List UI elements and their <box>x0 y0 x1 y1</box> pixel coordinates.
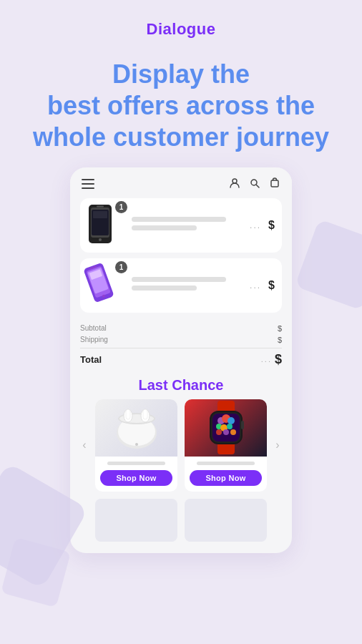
item-1-badge: 1 <box>115 201 127 213</box>
user-icon[interactable] <box>229 177 240 191</box>
item-2-info <box>124 277 250 294</box>
svg-point-32 <box>228 417 235 424</box>
item-2-phone-image <box>82 261 116 304</box>
svg-point-7 <box>99 238 102 241</box>
search-icon[interactable] <box>249 177 260 191</box>
cart-item-1: 1 ... $ <box>80 198 282 253</box>
item-1-image-wrap: 1 <box>87 204 124 247</box>
svg-rect-39 <box>241 421 244 429</box>
total-dots: ... <box>261 355 272 364</box>
shipping-label: Shipping <box>80 336 108 343</box>
cart-item-2: 1 ... $ <box>80 258 282 313</box>
hamburger-line1 <box>82 179 94 180</box>
hero-text: Display the best offers across the whole… <box>21 59 341 153</box>
nav-icons <box>229 177 280 191</box>
hero-line3: whole customer journey <box>33 122 329 152</box>
hero-line2: best offers across the <box>47 91 315 120</box>
item-1-price: $ <box>268 219 275 232</box>
last-chance-title: Last Chance <box>70 377 292 394</box>
svg-point-1 <box>251 180 257 185</box>
hero-line1: Display the <box>112 59 250 89</box>
total-val: $ <box>275 352 282 367</box>
svg-point-24 <box>135 443 138 446</box>
item-1-info <box>124 217 250 234</box>
svg-rect-9 <box>93 211 107 218</box>
hero-section: Display the best offers across the whole… <box>0 46 362 167</box>
last-chance-section: Last Chance ‹ <box>70 373 292 542</box>
cart-summary: Subtotal $ Shipping $ Total ... $ <box>70 318 292 373</box>
svg-point-0 <box>233 179 237 183</box>
hamburger-menu[interactable] <box>82 179 94 189</box>
carousel-arrow-right[interactable]: › <box>270 438 285 452</box>
carousel-items: Shop Now <box>92 399 270 492</box>
airpods-shop-button[interactable]: Shop Now <box>100 470 172 486</box>
item-1-price-row: ... $ <box>250 219 275 232</box>
phone-nav <box>70 167 292 198</box>
hamburger-line3 <box>82 187 94 189</box>
svg-rect-23 <box>143 409 147 419</box>
svg-point-35 <box>227 424 233 429</box>
item-2-price: $ <box>268 279 275 292</box>
bottom-card-1 <box>95 499 177 542</box>
item-1-bar-2 <box>132 225 197 230</box>
header: Dialogue <box>0 0 362 46</box>
phone-mockup: 1 ... $ <box>70 167 292 553</box>
subtotal-row: Subtotal $ <box>80 323 282 334</box>
svg-point-38 <box>216 429 222 435</box>
subtotal-val: $ <box>278 324 282 333</box>
cart-icon[interactable] <box>269 177 280 191</box>
svg-line-2 <box>257 185 260 187</box>
product-card-watch: Shop Now <box>185 399 267 492</box>
product-card-airpods: Shop Now <box>95 399 177 492</box>
svg-rect-21 <box>126 409 130 419</box>
cart-items: 1 ... $ <box>70 198 292 313</box>
total-row: Total ... $ <box>80 348 282 370</box>
shipping-val: $ <box>278 336 282 344</box>
total-price: ... $ <box>261 352 282 367</box>
shipping-row: Shipping $ <box>80 334 282 346</box>
total-label: Total <box>80 354 102 365</box>
item-1-dots: ... <box>250 220 261 230</box>
bottom-card-2 <box>185 499 267 542</box>
airpods-svg <box>104 403 169 453</box>
item-2-bar-1 <box>132 277 226 282</box>
item-2-price-row: ... $ <box>250 279 275 292</box>
svg-point-36 <box>230 429 236 435</box>
subtotal-label: Subtotal <box>80 324 107 332</box>
watch-shop-button[interactable]: Shop Now <box>190 470 261 486</box>
item-2-bar-2 <box>132 286 197 291</box>
watch-title-bar <box>197 462 255 465</box>
watch-svg <box>201 401 251 454</box>
airpods-image <box>95 399 177 457</box>
bottom-cards <box>70 492 292 542</box>
item-2-dots: ... <box>250 280 261 291</box>
watch-image <box>185 399 267 457</box>
product-carousel: ‹ <box>70 399 292 492</box>
logo: Dialogue <box>147 20 216 38</box>
svg-point-37 <box>223 429 229 435</box>
airpods-title-bar <box>107 462 165 465</box>
hamburger-line2 <box>82 183 94 185</box>
carousel-arrow-left[interactable]: ‹ <box>77 438 92 452</box>
item-2-badge: 1 <box>115 261 127 273</box>
item-1-phone-image <box>87 204 113 244</box>
svg-rect-3 <box>271 180 278 187</box>
item-1-bar-1 <box>132 217 226 222</box>
item-2-image-wrap: 1 <box>87 264 124 307</box>
svg-rect-6 <box>97 205 104 207</box>
